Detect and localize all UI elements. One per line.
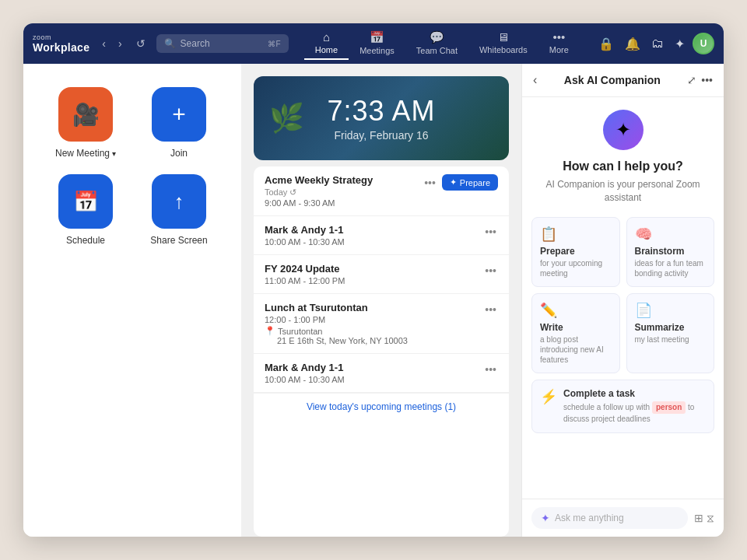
meeting-info: Mark & Andy 1-1 10:00 AM - 10:30 AM: [265, 224, 483, 247]
meeting-item: Acme Weekly Strategy Today ↺ 9:00 AM - 9…: [254, 166, 509, 216]
center-panel: 🌿 7:33 AM Friday, February 16 Acme Weekl…: [241, 64, 521, 537]
clock-decoration: 🌿: [263, 76, 310, 160]
meeting-time: 10:00 AM - 10:30 AM: [265, 375, 483, 384]
brainstorm-card-desc: ideas for a fun team bonding activity: [635, 258, 707, 278]
view-more-meetings[interactable]: View today's upcoming meetings (1): [254, 393, 509, 420]
ai-companion-footer: ✦ ⊞ ⧖: [522, 499, 724, 537]
meeting-item: FY 2024 Update 11:00 AM - 12:00 PM •••: [254, 255, 509, 294]
top-nav: zoom Workplace ‹ › ↺ 🔍 ⌘F ⌂ Home 📅 Meeti…: [23, 23, 724, 64]
ai-companion-body: ✦ How can I help you? AI Companion is yo…: [522, 97, 724, 499]
search-bar[interactable]: 🔍 ⌘F: [156, 34, 289, 53]
nav-forward-button[interactable]: ›: [115, 36, 125, 51]
action-new-meeting[interactable]: 🎥 New Meeting ▾: [47, 87, 124, 159]
ai-card-complete-task[interactable]: ⚡ Complete a task schedule a follow up w…: [531, 380, 714, 433]
main-area: 🎥 New Meeting ▾ + Join: [23, 64, 724, 537]
meeting-time: 11:00 AM - 12:00 PM: [265, 276, 483, 285]
ai-subtitle: AI Companion is your personal Zoom assis…: [531, 178, 714, 205]
share-screen-icon-bg: ↑: [152, 174, 206, 229]
ai-more-button[interactable]: •••: [701, 74, 713, 86]
team-chat-icon: 💬: [430, 30, 444, 44]
ai-filter-button[interactable]: ⧖: [707, 512, 714, 525]
contacts-icon-button[interactable]: 🗂: [648, 33, 667, 54]
brand-zoom: zoom: [33, 33, 89, 41]
meeting-more-button[interactable]: •••: [483, 362, 498, 377]
meeting-item: Mark & Andy 1-1 10:00 AM - 10:30 AM •••: [254, 354, 509, 393]
plus-icon: +: [172, 101, 186, 128]
meeting-title: Mark & Andy 1-1: [265, 224, 483, 236]
ai-input-row[interactable]: ✦: [531, 507, 688, 529]
ai-footer-icons: ⊞ ⧖: [694, 512, 714, 525]
meeting-time: 12:00 - 1:00 PM: [265, 315, 483, 324]
chevron-down-icon: ▾: [112, 149, 116, 158]
avatar[interactable]: U: [693, 33, 714, 54]
tab-meetings[interactable]: 📅 Meetings: [349, 27, 405, 60]
meeting-location: 📍 Tsurutontan: [265, 326, 483, 336]
meeting-item: Lunch at Tsurutontan 12:00 - 1:00 PM 📍 T…: [254, 294, 509, 354]
meeting-address: 21 E 16th St, New York, NY 10003: [265, 336, 483, 345]
tab-meetings-label: Meetings: [359, 46, 395, 55]
nav-history-button[interactable]: ↺: [132, 36, 150, 51]
join-label: Join: [170, 148, 188, 159]
left-panel: 🎥 New Meeting ▾ + Join: [23, 64, 241, 537]
tab-whiteboards[interactable]: 🖥 Whiteboards: [468, 27, 538, 60]
action-join[interactable]: + Join: [140, 87, 218, 159]
clock-widget: 🌿 7:33 AM Friday, February 16: [254, 76, 509, 160]
ai-grid-view-button[interactable]: ⊞: [694, 512, 703, 525]
schedule-calendar-icon: 📅: [73, 190, 98, 214]
meeting-more-button[interactable]: •••: [423, 175, 437, 191]
tab-team-chat[interactable]: 💬 Team Chat: [405, 27, 468, 60]
whiteboards-icon: 🖥: [497, 30, 509, 44]
write-card-desc: a blog post introducing new AI features: [540, 334, 612, 365]
complete-task-icon: ⚡: [540, 388, 557, 405]
prepare-card-icon: 📋: [540, 226, 612, 243]
new-meeting-icon-bg: 🎥: [58, 87, 113, 142]
search-shortcut: ⌘F: [268, 40, 280, 48]
location-name: Tsurutontan: [278, 327, 322, 336]
camera-icon: 🎥: [72, 102, 100, 128]
meeting-actions: •••: [483, 263, 498, 278]
search-icon: 🔍: [164, 38, 176, 49]
tab-more[interactable]: ••• More: [538, 27, 580, 60]
complete-task-content: Complete a task schedule a follow up wit…: [563, 388, 706, 425]
meeting-more-button[interactable]: •••: [483, 263, 498, 278]
clock-date: Friday, February 16: [269, 129, 493, 142]
share-screen-icon: ↑: [174, 190, 184, 214]
nav-back-button[interactable]: ‹: [99, 36, 109, 51]
ai-cards: 📋 Prepare for your upcoming meeting 🧠 Br…: [531, 217, 714, 373]
ai-companion-icon-button[interactable]: ✦: [672, 33, 688, 54]
tab-home[interactable]: ⌂ Home: [304, 27, 349, 60]
tab-whiteboards-label: Whiteboards: [479, 45, 528, 54]
ai-card-write[interactable]: ✏️ Write a blog post introducing new AI …: [531, 293, 620, 373]
meeting-time: 10:00 AM - 10:30 AM: [265, 237, 483, 247]
ai-sparkle-icon: ✦: [603, 110, 644, 150]
brand: zoom Workplace: [33, 33, 89, 54]
notifications-icon-button[interactable]: 🔔: [622, 33, 644, 54]
ai-expand-button[interactable]: ⤢: [687, 74, 696, 86]
action-schedule[interactable]: 📅 Schedule: [47, 174, 124, 246]
ai-card-summarize[interactable]: 📄 Summarize my last meeting: [626, 293, 715, 373]
join-icon-bg: +: [152, 87, 206, 142]
complete-task-title: Complete a task: [563, 388, 706, 399]
tab-team-chat-label: Team Chat: [416, 46, 458, 55]
search-input[interactable]: [181, 38, 258, 49]
meeting-actions: •••: [483, 362, 498, 377]
ai-card-brainstorm[interactable]: 🧠 Brainstorm ideas for a fun team bondin…: [626, 217, 715, 287]
action-share-screen[interactable]: ↑ Share Screen: [140, 174, 218, 246]
prepare-button[interactable]: ✦ Prepare: [442, 174, 498, 191]
person-tag: person: [652, 401, 686, 414]
summarize-card-title: Summarize: [635, 322, 707, 333]
meeting-subtitle: Today ↺: [265, 187, 423, 198]
meeting-actions: •••: [483, 224, 498, 240]
schedule-icon-bg: 📅: [58, 174, 113, 229]
meetings-list: Acme Weekly Strategy Today ↺ 9:00 AM - 9…: [254, 166, 509, 537]
meeting-more-button[interactable]: •••: [483, 302, 498, 317]
meeting-info: Mark & Andy 1-1 10:00 AM - 10:30 AM: [265, 362, 483, 384]
meeting-more-button[interactable]: •••: [483, 224, 498, 240]
meeting-info: Lunch at Tsurutontan 12:00 - 1:00 PM 📍 T…: [265, 302, 483, 345]
ai-card-prepare[interactable]: 📋 Prepare for your upcoming meeting: [531, 217, 620, 287]
security-icon-button[interactable]: 🔒: [595, 33, 617, 54]
ai-ask-input[interactable]: [555, 513, 679, 523]
ai-back-button[interactable]: ‹: [533, 73, 537, 87]
share-screen-label: Share Screen: [150, 235, 207, 246]
write-card-title: Write: [540, 322, 612, 333]
